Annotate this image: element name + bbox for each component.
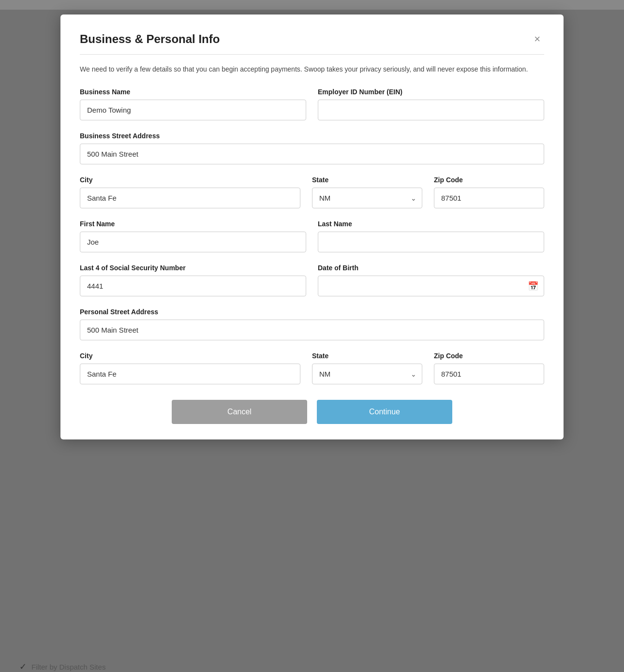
city-state-zip-row: City State ALAKAZARCACOCTDEFLGAHIIDILINI… xyxy=(80,176,544,208)
business-street-group: Business Street Address xyxy=(80,132,544,164)
personal-street-input[interactable] xyxy=(80,320,544,340)
ssn-input[interactable] xyxy=(80,276,306,296)
last-name-group: Last Name xyxy=(318,220,544,252)
modal-header: Business & Personal Info × xyxy=(80,32,544,46)
cancel-button[interactable]: Cancel xyxy=(172,400,307,424)
first-name-label: First Name xyxy=(80,220,306,228)
dob-input-wrapper: 📅 xyxy=(318,276,544,296)
filter-dispatch-label: Filter by Dispatch Sites xyxy=(31,663,105,671)
bottom-bar: ✓ Filter by Dispatch Sites xyxy=(19,661,105,672)
first-name-input[interactable] xyxy=(80,232,306,252)
business-street-row: Business Street Address xyxy=(80,132,544,164)
checkbox-icon: ✓ xyxy=(19,661,27,672)
state-select[interactable]: ALAKAZARCACOCTDEFLGAHIIDILINIAKSKYLAMEMD… xyxy=(312,188,422,208)
personal-city-state-zip-row: City State ALAKAZARCACOCTDEFLGAHIIDILINI… xyxy=(80,352,544,384)
first-last-name-row: First Name Last Name xyxy=(80,220,544,252)
ssn-dob-row: Last 4 of Social Security Number Date of… xyxy=(80,264,544,296)
city-input[interactable] xyxy=(80,188,300,208)
zip-label: Zip Code xyxy=(434,176,544,184)
dob-group: Date of Birth 📅 xyxy=(318,264,544,296)
ssn-label: Last 4 of Social Security Number xyxy=(80,264,306,272)
personal-street-row: Personal Street Address xyxy=(80,308,544,340)
state-label: State xyxy=(312,176,422,184)
last-name-label: Last Name xyxy=(318,220,544,228)
modal-dialog: Business & Personal Info × We need to ve… xyxy=(60,15,564,439)
city-group: City xyxy=(80,176,300,208)
business-name-group: Business Name xyxy=(80,88,306,120)
ein-input[interactable] xyxy=(318,100,544,120)
personal-state-select[interactable]: ALAKAZARCACOCTDEFLGAHIIDILINIAKSKYLAMEMD… xyxy=(312,364,422,384)
personal-state-group: State ALAKAZARCACOCTDEFLGAHIIDILINIAKSKY… xyxy=(312,352,422,384)
personal-state-select-wrapper: ALAKAZARCACOCTDEFLGAHIIDILINIAKSKYLAMEMD… xyxy=(312,364,422,384)
city-label: City xyxy=(80,176,300,184)
business-name-label: Business Name xyxy=(80,88,306,96)
header-divider xyxy=(80,54,544,55)
ein-group: Employer ID Number (EIN) xyxy=(318,88,544,120)
personal-state-label: State xyxy=(312,352,422,360)
close-button[interactable]: × xyxy=(530,32,544,46)
state-select-wrapper: ALAKAZARCACOCTDEFLGAHIIDILINIAKSKYLAMEMD… xyxy=(312,188,422,208)
state-group: State ALAKAZARCACOCTDEFLGAHIIDILINIAKSKY… xyxy=(312,176,422,208)
modal-description: We need to verify a few details so that … xyxy=(80,64,544,74)
personal-zip-input[interactable] xyxy=(434,364,544,384)
personal-city-group: City xyxy=(80,352,300,384)
zip-input[interactable] xyxy=(434,188,544,208)
continue-button[interactable]: Continue xyxy=(317,400,452,424)
business-street-label: Business Street Address xyxy=(80,132,544,140)
personal-street-label: Personal Street Address xyxy=(80,308,544,316)
business-name-input[interactable] xyxy=(80,100,306,120)
personal-street-group: Personal Street Address xyxy=(80,308,544,340)
personal-zip-label: Zip Code xyxy=(434,352,544,360)
ein-label: Employer ID Number (EIN) xyxy=(318,88,544,96)
zip-group: Zip Code xyxy=(434,176,544,208)
personal-city-label: City xyxy=(80,352,300,360)
personal-city-input[interactable] xyxy=(80,364,300,384)
dob-label: Date of Birth xyxy=(318,264,544,272)
personal-zip-group: Zip Code xyxy=(434,352,544,384)
dob-input[interactable] xyxy=(318,276,544,296)
modal-title: Business & Personal Info xyxy=(80,32,220,46)
modal-footer: Cancel Continue xyxy=(80,400,544,424)
business-street-input[interactable] xyxy=(80,144,544,164)
ssn-group: Last 4 of Social Security Number xyxy=(80,264,306,296)
first-name-group: First Name xyxy=(80,220,306,252)
overlay: Business & Personal Info × We need to ve… xyxy=(0,10,624,672)
last-name-input[interactable] xyxy=(318,232,544,252)
business-name-ein-row: Business Name Employer ID Number (EIN) xyxy=(80,88,544,120)
